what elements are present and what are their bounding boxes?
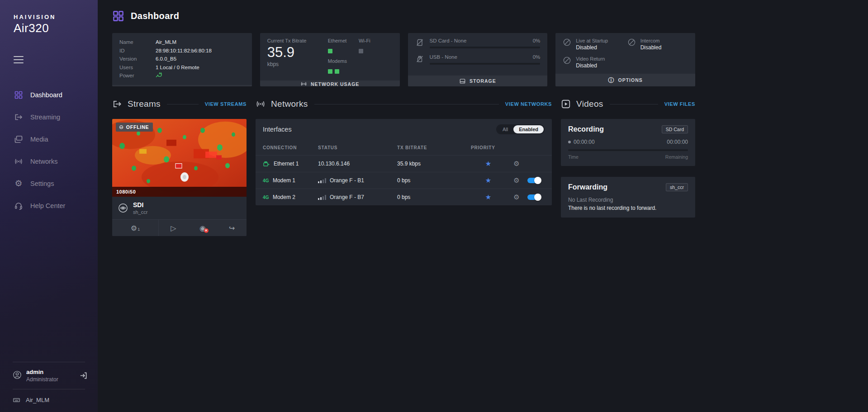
- sd-card-progress-bar: [430, 47, 541, 48]
- sd-card-percent: 0%: [533, 38, 541, 43]
- storage-card-body: SD Card - None 0% USB - None: [408, 33, 548, 76]
- recording-target-badge: SD Card: [662, 125, 688, 133]
- play-icon: ▷: [171, 224, 176, 232]
- connection-name: Modem 2: [273, 194, 295, 200]
- option-label: Intercom: [640, 38, 662, 43]
- tx-bitrate-cell: 35.9 kbps: [397, 161, 471, 167]
- user-info: admin Administrator: [26, 369, 75, 383]
- connection-name: Ethernet 1: [274, 161, 299, 167]
- logout-icon[interactable]: [79, 371, 88, 380]
- user-name: admin: [26, 369, 75, 375]
- device-footer-button[interactable]: DEVICE: [112, 85, 252, 87]
- network-usage-footer-label: NETWORK USAGE: [311, 81, 360, 87]
- hamburger-menu-icon[interactable]: [14, 56, 24, 66]
- priority-star-icon[interactable]: ★: [471, 176, 506, 185]
- view-files-link[interactable]: VIEW FILES: [664, 101, 695, 107]
- video-return-item: Video Return Disabled: [563, 56, 623, 69]
- device-row: Users1 Local / 0 Remote: [119, 63, 245, 72]
- record-stream-button[interactable]: ◉ ✕: [188, 220, 218, 236]
- stream-subtitle: sh_ccr: [133, 209, 147, 215]
- sidebar-item-streaming[interactable]: Streaming: [0, 106, 98, 128]
- forwarding-card: Forwarding sh_ccr No Last Recording Ther…: [561, 177, 695, 218]
- brand: HAIVISION Air320: [0, 0, 98, 35]
- option-label: Video Return: [576, 56, 605, 62]
- option-value: Disabled: [576, 62, 605, 69]
- remaining-label: Remaining: [665, 154, 688, 160]
- sidebar-item-label: Help Center: [30, 202, 65, 209]
- interface-enabled-toggle[interactable]: [527, 194, 541, 200]
- streams-icon: [112, 99, 122, 109]
- sidebar-item-label: Networks: [30, 158, 57, 165]
- device-row: ID28:98:10:11:82:b6:80:18: [119, 47, 245, 55]
- interface-enabled-toggle[interactable]: [527, 178, 541, 183]
- filter-enabled-button[interactable]: Enabled: [513, 125, 544, 133]
- sidebar-item-help-center[interactable]: Help Center: [0, 194, 98, 217]
- option-value: Disabled: [640, 44, 662, 51]
- interface-settings-gear-icon[interactable]: ⚙: [506, 176, 527, 185]
- dashboard-columns: Streams VIEW STREAMS: [112, 97, 695, 236]
- wifi-status-square: [359, 49, 363, 53]
- 4g-badge: 4G: [263, 178, 269, 183]
- column-header-tx-bitrate: TX BITRATE: [397, 145, 471, 150]
- sidebar-item-media[interactable]: Media: [0, 128, 98, 150]
- view-networks-link[interactable]: VIEW NETWORKS: [505, 101, 552, 107]
- priority-star-icon[interactable]: ★: [471, 193, 506, 201]
- ethernet-status-square: [328, 49, 332, 53]
- storage-footer-button[interactable]: STORAGE: [408, 76, 548, 86]
- interface-settings-gear-icon[interactable]: ⚙: [506, 160, 527, 168]
- power-plug-icon: [156, 71, 162, 80]
- storage-footer-label: STORAGE: [470, 78, 496, 84]
- status-cell: Orange F - B1: [318, 177, 397, 184]
- stream-info: SDI sh_ccr: [112, 197, 247, 219]
- main-content: Dashboard NameAir_MLM ID28:98:10:11:82:b…: [98, 0, 868, 412]
- sidebar-item-label: Media: [30, 136, 48, 143]
- filter-all-button[interactable]: All: [497, 125, 513, 133]
- stream-card[interactable]: ⊖ OFFLINE 1080i50 SDI sh_ccr: [112, 119, 247, 236]
- options-card-body: Live at Startup Disabled Intercom Disabl…: [555, 33, 695, 74]
- options-footer-button[interactable]: ⓘ OPTIONS: [555, 74, 695, 86]
- gear-icon: ⚙: [131, 224, 137, 232]
- networks-header: Networks VIEW NETWORKS: [256, 97, 552, 111]
- forwarding-target-badge: sh_ccr: [666, 183, 688, 191]
- forward-stream-button[interactable]: ↪: [217, 220, 247, 236]
- device-row: Version6.0.0_B5: [119, 55, 245, 63]
- sd-card-row: SD Card - None 0%: [415, 38, 541, 48]
- 4g-badge: 4G: [263, 195, 269, 200]
- stream-thumbnail[interactable]: ⊖ OFFLINE 1080i50: [112, 119, 247, 197]
- device-row-value: 1 Local / 0 Remote: [156, 63, 199, 72]
- live-at-startup-disabled-icon: [563, 38, 571, 47]
- sidebar-item-networks[interactable]: Networks: [0, 150, 98, 172]
- offline-circle-icon: ⊖: [119, 124, 124, 130]
- stream-status-text: OFFLINE: [126, 124, 149, 130]
- share-icon: ↪: [229, 224, 235, 232]
- usb-label: USB - None: [430, 54, 457, 60]
- intercom-disabled-icon: [627, 38, 636, 47]
- sidebar-item-dashboard[interactable]: Dashboard: [0, 84, 98, 106]
- usb-progress-bar: [430, 63, 541, 65]
- signal-bars-icon: [318, 195, 326, 200]
- priority-star-icon[interactable]: ★: [471, 160, 506, 168]
- page-header: Dashboard: [112, 10, 695, 22]
- gear-icon: ⚙: [14, 179, 24, 189]
- storage-drive-icon: [459, 78, 466, 85]
- network-usage-footer-button[interactable]: NETWORK USAGE: [260, 81, 400, 86]
- modems-label: Modems: [328, 58, 347, 64]
- sidebar-item-settings[interactable]: ⚙ Settings: [0, 172, 98, 194]
- play-stream-button[interactable]: ▷: [159, 220, 188, 236]
- ethernet-icon: [263, 160, 270, 167]
- tx-bitrate-cell: 0 bps: [397, 194, 471, 200]
- interfaces-titlebar: Interfaces All Enabled: [256, 119, 552, 140]
- stream-settings-button[interactable]: ⚙ 1: [112, 220, 159, 236]
- connection-cell: Ethernet 1: [263, 160, 318, 167]
- view-streams-link[interactable]: VIEW STREAMS: [205, 101, 247, 107]
- status-cell: 10.130.6.146: [318, 161, 397, 167]
- device-row-label: Users: [119, 63, 156, 72]
- table-row: 4G Modem 2 Orange F - B7 0 bps ★ ⚙: [256, 189, 552, 205]
- option-label: Live at Startup: [576, 38, 608, 43]
- interface-settings-gear-icon[interactable]: ⚙: [506, 193, 527, 201]
- recording-time: 00:00:00: [574, 139, 595, 145]
- app-root: HAIVISION Air320 Dashboard Streaming: [0, 0, 868, 412]
- device-row-label: Power: [119, 71, 156, 80]
- status-cell: Orange F - B7: [318, 194, 397, 200]
- device-name-row[interactable]: Air_MLM: [0, 389, 98, 412]
